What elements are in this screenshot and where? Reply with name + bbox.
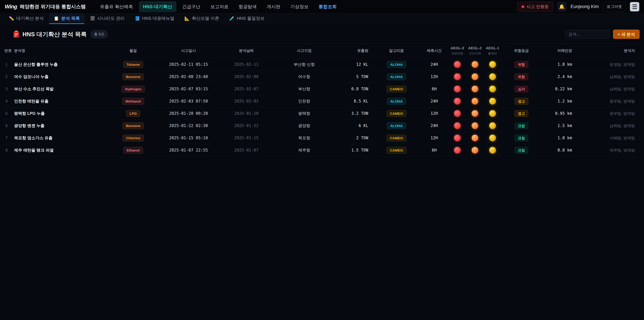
tab-hns-response-manual[interactable]: 📘 HNS 대응매뉴얼 [130, 14, 179, 24]
logout-button[interactable]: 로그아웃 [603, 2, 626, 12]
analysis-row[interactable]: 7목포항 염소가스 유출Chlorine2025-01-15 05:102025… [4, 132, 640, 144]
brand-logo: Wing [5, 4, 17, 10]
nav-item-emergency-rescue[interactable]: 긴급구난 [178, 1, 204, 12]
analysis-row[interactable]: 4인천항 메탄올 유출Methanol2025-02-03 07:502025-… [4, 95, 640, 107]
header-location: 사고지점 [274, 44, 334, 58]
header-accident-datetime: 사고일시 [158, 44, 219, 58]
search-input[interactable] [565, 30, 610, 39]
nav-item-hns-diffusion[interactable]: HNS·대기확산 [139, 1, 176, 12]
header-risk: 위험등급 [501, 44, 542, 58]
incident-status-badge[interactable]: 사고 진행중 [517, 2, 553, 12]
risk-grade-badge: 심각 [514, 86, 528, 93]
tab-diffusion-analysis[interactable]: ✏️ 대기확산 분석 [4, 14, 48, 24]
accident-location: 부산항 신항 [274, 58, 334, 71]
analysis-table: 번호 분석명 물질 사고일시 분석날짜 사고지점 유출량 알고리즘 예측시간 A… [0, 43, 644, 156]
aegl2-indicator-icon [472, 135, 478, 141]
nav-item-board[interactable]: 게시판 [263, 1, 284, 12]
spill-amount: 1.5 TON [334, 144, 373, 156]
tab-hns-substance-info[interactable]: 🧪 HNS 물질정보 [225, 14, 269, 24]
header-name: 분석명 [14, 44, 108, 58]
spill-amount: 8.5 KL [334, 95, 373, 107]
accident-location: 인천항 [274, 95, 334, 107]
damage-radius: 0.8 km [542, 144, 577, 156]
spill-amount: 2 TON [334, 132, 373, 144]
substance-badge: LPG [126, 110, 140, 117]
header-analysis-date: 분석날짜 [219, 44, 274, 58]
analyst: 중부팀, 방제팀 [577, 107, 640, 120]
user-name: Eunjeong Kim [570, 4, 599, 9]
forecast-duration: 6H [420, 83, 448, 95]
aegl3-indicator-icon [454, 147, 461, 154]
hamburger-menu-button[interactable] [630, 2, 639, 12]
aegl3-indicator-icon [454, 122, 461, 129]
substance-badge: Methanol [122, 98, 144, 105]
algorithm-badge: CAMEO [386, 147, 406, 154]
header-no: 번호 [4, 44, 14, 58]
nav-item-air-search[interactable]: 항공탐색 [234, 1, 261, 12]
substance-badge: Ethanol [124, 147, 143, 154]
aegl3-indicator-icon [454, 73, 461, 80]
clipboard-icon [13, 31, 20, 38]
damage-radius: 0.95 km [542, 107, 577, 120]
accident-datetime: 2025-01-22 02:30 [158, 120, 219, 132]
forecast-duration: 24H [420, 120, 448, 132]
row-number: 2 [4, 71, 14, 83]
header-radius: 피해반경 [542, 44, 577, 58]
analyst: 남해팀, 방제팀 [577, 83, 640, 95]
substance-badge: Chlorine [122, 135, 144, 141]
analysis-row[interactable]: 6광양항 벤젠 누출Benzene2025-01-22 02:302025-01… [4, 120, 640, 132]
page-title: HNS 대기확산 분석 목록 [13, 30, 87, 38]
analysis-row[interactable]: 3부산 수소 추진선 폭발Hydrogen2025-02-07 03:15202… [4, 83, 640, 95]
substance-badge: Benzene [122, 122, 144, 129]
analysis-date: 2025-02-08 [219, 71, 274, 83]
header-aegl2: AEGL-2건강피해 [466, 44, 484, 58]
analysis-row[interactable]: 1울산 온산항 톨루엔 누출Toluene2025-02-11 05:15202… [4, 58, 640, 71]
tab-bar: ✏️ 대기확산 분석 📋 분석 목록 🎬 시나리오 관리 📘 HNS 대응매뉴얼… [0, 14, 644, 24]
accident-datetime: 2025-02-07 03:15 [158, 83, 219, 95]
analysis-name: 광양항 벤젠 누출 [14, 120, 108, 132]
algorithm-badge: ALOHA [387, 122, 406, 129]
aegl2-indicator-icon [472, 73, 478, 80]
spill-amount: 0.8 TON [334, 83, 373, 95]
notification-button[interactable]: 🔔 [557, 2, 566, 12]
analysis-row[interactable]: 5평택항 LPG 누출LPG2025-01-28 00:202025-01-28… [4, 107, 640, 120]
nav-item-weather[interactable]: 기상정보 [286, 1, 313, 12]
forecast-duration: 24H [420, 95, 448, 107]
algorithm-badge: ALOHA [387, 98, 406, 105]
damage-radius: 1.8 km [542, 58, 577, 71]
risk-grade-badge: 위험 [514, 61, 528, 68]
analysis-row[interactable]: 8제주 에탄올 탱크 파열Ethanol2025-01-07 22:552025… [4, 144, 640, 156]
aegl1-indicator-icon [489, 122, 496, 129]
total-count-badge: 총 8건 [90, 30, 108, 39]
accident-location: 제주항 [274, 144, 334, 156]
analysis-date: 2025-01-28 [219, 107, 274, 120]
aegl1-indicator-icon [489, 98, 496, 105]
nav-item-integrated-search[interactable]: 통합조회 [314, 1, 341, 12]
substance-badge: Hydrogen [122, 86, 145, 93]
analysis-date: 2025-01-07 [219, 144, 274, 156]
header-substance: 물질 [108, 44, 158, 58]
spill-amount: 12 KL [334, 58, 373, 71]
forecast-duration: 12H [420, 107, 448, 120]
aegl3-indicator-icon [454, 98, 461, 105]
system-title: 해양환경 위기대응 통합시스템 [20, 3, 86, 10]
accident-datetime: 2025-01-07 22:55 [158, 144, 219, 156]
tab-diffusion-model-theory[interactable]: 📐 확산모델 이론 [180, 14, 224, 24]
aegl2-indicator-icon [472, 147, 478, 154]
nav-item-oil-spill[interactable]: 유출유 확산예측 [96, 1, 137, 12]
risk-grade-badge: 관찰 [514, 122, 528, 129]
analysis-row[interactable]: 2여수 암모니아 누출Benzene2025-02-08 23:402025-0… [4, 71, 640, 83]
aegl1-indicator-icon [489, 110, 496, 117]
tab-scenario-management[interactable]: 🎬 시나리오 관리 [85, 14, 129, 24]
header-analyst: 분석자 [577, 44, 640, 58]
pencil-icon: ✏️ [9, 16, 14, 21]
topnav-right: 사고 진행중 🔔 Eunjeong Kim 로그아웃 [517, 2, 639, 12]
tab-analysis-list[interactable]: 📋 분석 목록 [49, 14, 84, 24]
nav-item-reports[interactable]: 보고자료 [206, 1, 233, 12]
aegl2-indicator-icon [472, 61, 478, 68]
new-analysis-button[interactable]: + 새 분석 [613, 30, 640, 39]
analysis-name: 여수 암모니아 누출 [14, 71, 108, 83]
algorithm-badge: ALOHA [387, 61, 406, 68]
risk-grade-badge: 위험 [514, 73, 528, 80]
row-number: 3 [4, 83, 14, 95]
